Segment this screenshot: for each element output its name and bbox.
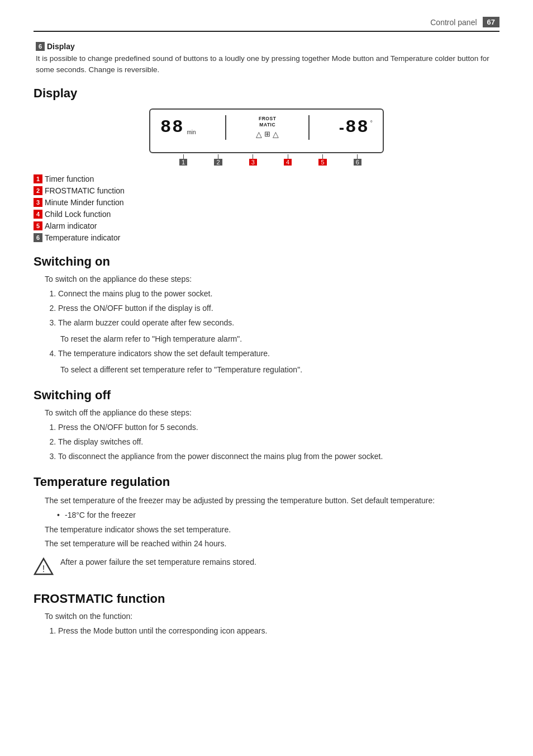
frostmatic-step-1: Press the Mode button until the correspo…: [58, 625, 499, 637]
seg-right: - 88 °: [339, 117, 373, 138]
display-intro-text: It is possible to change predefined soun…: [36, 53, 499, 76]
frost-matic-label: FROSTMATIC: [259, 116, 276, 127]
tick-label-5: 5: [318, 159, 326, 166]
switching-off-step-2: The display switches off.: [58, 436, 499, 448]
function-badge-5: 5: [34, 221, 42, 230]
middle-section: FROSTMATIC △ ⊞ △: [256, 116, 279, 138]
function-item-6: 6 Temperature indicator: [34, 233, 499, 242]
function-item-2: 2 FROSTMATIC function: [34, 186, 499, 195]
warning-text: After a power failure the set temperatur…: [60, 556, 256, 568]
tick-label-2: 2: [214, 159, 222, 166]
minus-sign: -: [339, 120, 344, 136]
function-item-3: 3 Minute Minder function: [34, 198, 499, 207]
display-intro-label: Display: [47, 42, 75, 51]
warning-triangle-icon: !: [34, 557, 54, 579]
function-badge-3: 3: [34, 198, 42, 207]
switching-on-step4-sub: To select a different set temperature re…: [45, 364, 499, 376]
warning-row: ! After a power failure the set temperat…: [34, 556, 499, 579]
triangle-down-icon: △: [273, 130, 279, 139]
display-intro-badge: 6: [36, 42, 45, 51]
left-digits: 88: [160, 117, 184, 138]
diagram-tick-labels: 1 2 3 4 5: [149, 154, 384, 166]
svg-text:!: !: [42, 564, 45, 574]
page-header-title: Control panel: [430, 18, 477, 27]
tick-3: 3: [249, 154, 257, 166]
function-item-4: 4 Child Lock function: [34, 210, 499, 219]
tick-label-6: 6: [354, 159, 361, 166]
temp-para-2: The temperature indicator shows the set …: [34, 524, 499, 536]
frostmatic-intro: To switch on the function:: [45, 612, 499, 621]
switching-on-list-4: The temperature indicators show the set …: [45, 348, 499, 360]
tick-1: 1: [179, 154, 187, 166]
triangle-up-icon: △: [256, 130, 262, 139]
right-digits: 88: [345, 117, 369, 138]
display-section: Display 88 min FROSTMATIC △: [34, 86, 499, 242]
tick-4: 4: [284, 154, 292, 166]
switching-on-content: To switch on the appliance do these step…: [34, 275, 499, 376]
switching-off-heading: Switching off: [34, 388, 499, 403]
temp-para-3: The set temperature will be reached with…: [34, 538, 499, 550]
tick-label-3: 3: [249, 159, 257, 166]
function-list: 1 Timer function 2 FROSTMATIC function 3…: [34, 174, 499, 242]
switching-on-list: Connect the mains plug to the power sock…: [45, 288, 499, 329]
seg-left: 88 min: [160, 117, 196, 138]
function-label-6: Temperature indicator: [45, 233, 120, 242]
display-diagram: 88 min FROSTMATIC △ ⊞ △: [34, 108, 499, 166]
switching-on-heading: Switching on: [34, 254, 499, 269]
function-item-5: 5 Alarm indicator: [34, 221, 499, 230]
function-label-3: Minute Minder function: [45, 198, 124, 207]
switching-off-content: To switch off the appliance do these ste…: [34, 408, 499, 462]
function-badge-1: 1: [34, 174, 42, 183]
divider: [225, 115, 226, 140]
tick-label-1: 1: [179, 159, 187, 166]
lock-icon: ⊞: [264, 130, 270, 138]
switching-off-step-1: Press the ON/OFF button for 5 seconds.: [58, 422, 499, 433]
switching-on-step-3: The alarm buzzer could operate after few…: [58, 317, 499, 329]
switching-off-list: Press the ON/OFF button for 5 seconds. T…: [45, 422, 499, 462]
function-label-2: FROSTMATIC function: [45, 186, 125, 195]
display-intro-section: 6 Display It is possible to change prede…: [34, 42, 499, 76]
frostmatic-content: To switch on the function: Press the Mod…: [34, 612, 499, 637]
temperature-regulation-heading: Temperature regulation: [34, 475, 499, 489]
function-label-4: Child Lock function: [45, 210, 111, 219]
frostmatic-section: FROSTMATIC function To switch on the fun…: [34, 592, 499, 637]
page-number: 67: [483, 17, 499, 27]
page-header: Control panel 67: [34, 17, 499, 32]
switching-on-step-2: Press the ON/OFF button if the display i…: [58, 303, 499, 314]
function-badge-4: 4: [34, 210, 42, 219]
divider2: [308, 115, 310, 140]
function-badge-6: 6: [34, 233, 42, 242]
switching-on-step-1: Connect the mains plug to the power sock…: [58, 288, 499, 300]
function-label-5: Alarm indicator: [45, 221, 97, 230]
tick-6: 6: [354, 154, 361, 166]
display-heading: Display: [34, 86, 499, 101]
switching-on-step-4: The temperature indicators show the set …: [58, 348, 499, 360]
temp-bullet-item: -18°C for the freezer: [55, 509, 499, 521]
tick-5: 5: [318, 154, 326, 166]
function-badge-2: 2: [34, 186, 42, 195]
function-label-1: Timer function: [45, 174, 94, 183]
frostmatic-heading: FROSTMATIC function: [34, 592, 499, 606]
degree-symbol: °: [370, 119, 373, 126]
switching-on-step3-sub: To reset the alarm refer to "High temper…: [45, 333, 499, 345]
switching-off-section: Switching off To switch off the applianc…: [34, 388, 499, 462]
function-item-1: 1 Timer function: [34, 174, 499, 183]
switching-off-step-3: To disconnect the appliance from the pow…: [58, 451, 499, 462]
switching-off-intro: To switch off the appliance do these ste…: [45, 408, 499, 417]
frostmatic-list: Press the Mode button until the correspo…: [45, 625, 499, 637]
tick-label-4: 4: [284, 159, 292, 166]
temp-bullet-list: -18°C for the freezer: [34, 509, 499, 521]
temperature-regulation-section: Temperature regulation The set temperatu…: [34, 475, 499, 579]
switching-on-section: Switching on To switch on the appliance …: [34, 254, 499, 376]
tick-2: 2: [214, 154, 222, 166]
min-label: min: [187, 129, 196, 135]
temp-para-1: The set temperature of the freezer may b…: [34, 495, 499, 507]
icons-row: △ ⊞ △: [256, 130, 279, 139]
switching-on-intro: To switch on the appliance do these step…: [45, 275, 499, 284]
